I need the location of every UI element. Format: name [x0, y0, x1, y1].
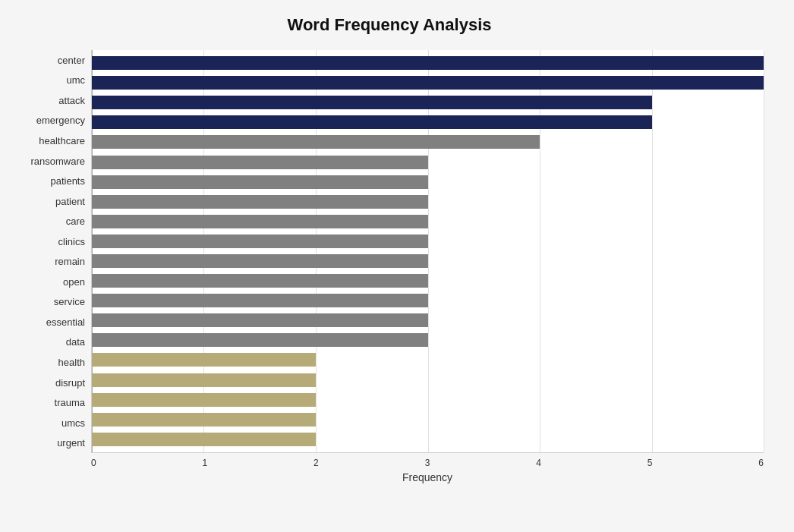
y-label: service	[54, 292, 85, 312]
y-label: health	[58, 352, 85, 372]
x-axis-title: Frequency	[91, 471, 764, 483]
y-label: urgent	[57, 433, 85, 453]
bar-health	[92, 353, 316, 367]
x-axis: 0123456	[91, 453, 764, 468]
bar-patients	[92, 175, 428, 189]
bar-row	[92, 331, 764, 349]
bar-row	[92, 391, 764, 409]
y-label: patients	[50, 172, 85, 191]
bar-trauma	[92, 393, 316, 407]
bar-row	[92, 411, 764, 429]
bar-row	[92, 212, 764, 231]
bar-umc	[92, 76, 764, 90]
y-label: trauma	[55, 393, 85, 413]
bar-row	[92, 133, 764, 151]
bar-ransomware	[92, 156, 428, 169]
y-label: emergency	[36, 111, 85, 131]
bar-row	[92, 173, 764, 191]
bar-clinics	[92, 235, 428, 248]
bar-emergency	[92, 115, 652, 129]
bar-row	[92, 93, 764, 112]
bar-row	[92, 74, 764, 92]
x-axis-label: 2	[314, 458, 319, 468]
y-label: care	[66, 212, 85, 231]
bar-row	[92, 193, 764, 211]
bar-row	[92, 153, 764, 171]
x-axis-label: 6	[758, 458, 764, 468]
y-label: attack	[58, 90, 85, 110]
bar-healthcare	[92, 135, 540, 149]
y-label: open	[63, 272, 85, 291]
chart-container: Word Frequency Analysis centerumcattacke…	[0, 0, 794, 532]
bar-data	[92, 333, 428, 347]
bar-disrupt	[92, 373, 316, 387]
y-label: disrupt	[55, 373, 85, 392]
x-axis-label: 0	[91, 458, 96, 468]
bar-umcs	[92, 413, 316, 427]
bar-service	[92, 294, 428, 307]
bar-care	[92, 215, 428, 228]
y-label: healthcare	[39, 131, 85, 150]
x-axis-label: 1	[203, 458, 208, 468]
y-label: patient	[55, 191, 85, 211]
bar-row	[92, 113, 764, 131]
bar-row	[92, 252, 764, 270]
x-axis-label: 3	[425, 458, 430, 468]
bars-container	[92, 50, 764, 452]
y-axis: centerumcattackemergencyhealthcareransom…	[15, 50, 91, 453]
y-label: clinics	[58, 231, 85, 251]
bar-essential	[92, 313, 428, 327]
y-label: center	[58, 50, 85, 70]
bar-row	[92, 371, 764, 389]
y-label: umcs	[61, 413, 85, 433]
bar-remain	[92, 254, 428, 268]
y-label: umc	[66, 71, 85, 90]
bar-open	[92, 274, 428, 288]
y-label: data	[66, 332, 85, 352]
grid-line	[764, 50, 764, 452]
bar-patient	[92, 195, 428, 209]
bars-wrapper	[91, 50, 764, 453]
bar-row	[92, 272, 764, 290]
y-label: remain	[55, 252, 85, 272]
plot-area	[91, 50, 764, 453]
chart-title: Word Frequency Analysis	[15, 15, 764, 35]
bar-row	[92, 54, 764, 72]
bar-row	[92, 430, 764, 449]
bar-urgent	[92, 433, 316, 446]
bar-row	[92, 232, 764, 250]
bar-row	[92, 291, 764, 310]
x-axis-label: 5	[647, 458, 653, 468]
y-label: essential	[46, 312, 85, 332]
bar-attack	[92, 96, 652, 109]
y-label: ransomware	[30, 151, 85, 171]
bar-center	[92, 56, 764, 70]
x-axis-label: 4	[536, 458, 541, 468]
bar-row	[92, 351, 764, 369]
bar-row	[92, 311, 764, 329]
